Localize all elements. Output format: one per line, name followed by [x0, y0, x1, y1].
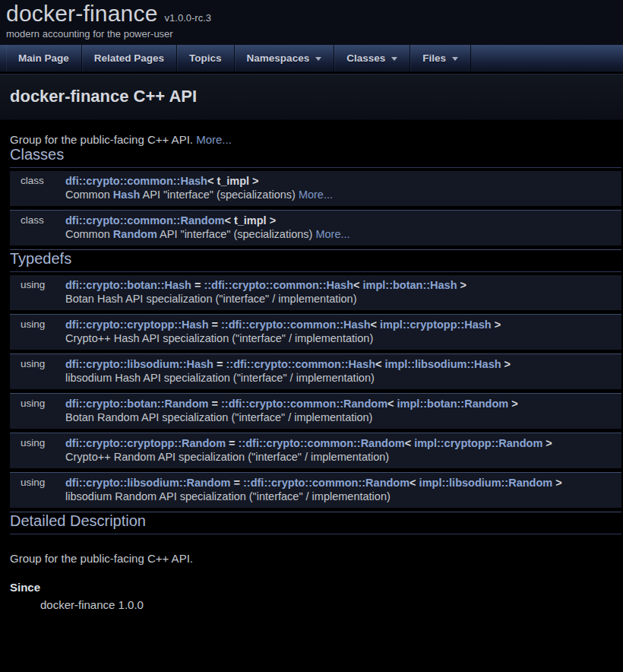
typedef-target-link[interactable]: ::dfi::crypto::common::Hash [221, 319, 371, 331]
table-row: using dfi::crypto::libsodium::Random = :… [10, 473, 621, 491]
intro-more-link[interactable]: More... [196, 133, 232, 146]
more-link[interactable]: More... [315, 228, 349, 240]
typedefs-table: using dfi::crypto::botan::Hash = ::dfi::… [10, 275, 621, 512]
equals-sign: = [217, 358, 223, 370]
row-separator [10, 246, 621, 250]
main-nav: Main Page Related Pages Topics Namespace… [0, 45, 623, 72]
angle-close: > [504, 358, 511, 370]
typedef-alias-link[interactable]: dfi::crypto::cryptopp::Hash [65, 319, 209, 331]
table-row: using dfi::crypto::botan::Random = ::dfi… [10, 394, 621, 412]
typedef-alias-link[interactable]: dfi::crypto::botan::Random [65, 398, 208, 410]
angle-open: < [410, 477, 416, 489]
table-row: Common Hash API "interface" (specializat… [10, 189, 621, 206]
using-keyword: using [10, 394, 65, 412]
since-block: Since docker-finance 1.0.0 [10, 581, 613, 611]
chevron-down-icon [315, 57, 321, 61]
class-desc: Common [65, 228, 113, 240]
nav-tab-files[interactable]: Files [410, 45, 471, 71]
nav-tab-label: Namespaces [247, 52, 310, 64]
class-desc: Common [65, 189, 113, 201]
angle-open: < [387, 398, 394, 410]
typedef-param-link[interactable]: impl::botan::Hash [363, 279, 457, 291]
angle-open: < [405, 437, 411, 449]
equals-sign: = [234, 477, 240, 489]
section-heading-classes: Classes [10, 146, 621, 168]
using-keyword: using [10, 354, 65, 372]
table-row: using dfi::crypto::cryptopp::Random = ::… [10, 433, 621, 452]
angle-open: < [375, 358, 381, 370]
typedef-desc: Crypto++ Hash API specialization ("inter… [65, 332, 621, 350]
row-separator [10, 508, 621, 512]
table-row: using dfi::crypto::cryptopp::Hash = ::df… [10, 315, 621, 333]
typedef-target-link[interactable]: ::dfi::crypto::common::Random [239, 437, 405, 449]
section-heading-typedefs: Typedefs [10, 250, 621, 272]
title-area: docker-finance v1.0.0-rc.3 modern accoun… [0, 0, 623, 45]
nav-tab-classes[interactable]: Classes [334, 45, 410, 71]
table-row: Botan Hash API specialization ("interfac… [10, 293, 621, 310]
typedef-desc: libsodium Random API specialization ("in… [65, 490, 621, 508]
class-name-link[interactable]: dfi::crypto::common::Random [65, 214, 224, 227]
nav-tab-topics[interactable]: Topics [177, 45, 235, 71]
template-suffix: < t_impl > [224, 214, 276, 227]
typedef-target-link[interactable]: ::dfi::crypto::common::Random [243, 477, 410, 489]
typedef-alias-link[interactable]: dfi::crypto::libsodium::Hash [65, 358, 213, 370]
nav-tab-namespaces[interactable]: Namespaces [235, 45, 335, 71]
class-desc: API "interface" (specializations) [157, 228, 316, 240]
page-header: docker-finance C++ API [0, 74, 623, 120]
project-brief: modern accounting for the power-user [6, 28, 623, 40]
typedef-param-link[interactable]: impl::cryptopp::Hash [380, 319, 492, 331]
typedef-param-link[interactable]: impl::cryptopp::Random [414, 437, 542, 449]
class-keyword: class [10, 171, 65, 189]
intro-text: Group for the public-facing C++ API. [10, 133, 193, 146]
table-row: Crypto++ Random API specialization ("int… [10, 451, 621, 468]
typedef-desc: Crypto++ Random API specialization ("int… [65, 451, 621, 468]
typedef-alias-link[interactable]: dfi::crypto::cryptopp::Random [65, 437, 226, 449]
class-keyword: class [10, 211, 65, 229]
typedef-param-link[interactable]: impl::libsodium::Random [419, 477, 553, 489]
typedef-desc: libsodium Hash API specialization ("inte… [65, 372, 621, 389]
class-desc-link[interactable]: Hash [113, 189, 140, 201]
typedef-target-link[interactable]: ::dfi::crypto::common::Hash [204, 279, 353, 291]
nav-tab-related-pages[interactable]: Related Pages [82, 45, 177, 71]
class-desc-link[interactable]: Random [113, 228, 157, 240]
equals-sign: = [229, 437, 235, 449]
typedef-param-link[interactable]: impl::libsodium::Hash [385, 358, 501, 370]
table-row: libsodium Hash API specialization ("inte… [10, 372, 621, 389]
more-link[interactable]: More... [299, 189, 333, 201]
nav-tab-label: Topics [189, 52, 222, 64]
class-desc: API "interface" (specializations) [140, 189, 299, 201]
equals-sign: = [194, 279, 201, 291]
nav-tab-main-page[interactable]: Main Page [6, 45, 82, 71]
angle-close: > [555, 477, 561, 489]
typedef-alias-link[interactable]: dfi::crypto::botan::Hash [65, 279, 191, 291]
page-title: docker-finance C++ API [10, 87, 613, 106]
angle-open: < [371, 319, 377, 331]
section-heading-detailed-description: Detailed Description [10, 512, 621, 534]
chevron-down-icon [452, 57, 458, 61]
table-row: Botan Random API specialization ("interf… [10, 411, 621, 429]
table-row: class dfi::crypto::common::Random< t_imp… [10, 211, 621, 229]
table-row: using dfi::crypto::botan::Hash = ::dfi::… [10, 275, 621, 293]
contents: Group for the public-facing C++ API. Mor… [0, 120, 623, 611]
chevron-down-icon [391, 57, 397, 61]
intro-paragraph: Group for the public-facing C++ API. Mor… [0, 120, 623, 146]
equals-sign: = [212, 398, 218, 410]
using-keyword: using [10, 315, 65, 333]
table-row: libsodium Random API specialization ("in… [10, 490, 621, 508]
equals-sign: = [212, 319, 218, 331]
typedef-target-link[interactable]: ::dfi::crypto::common::Random [221, 398, 387, 410]
angle-close: > [511, 398, 517, 410]
project-name: docker-finance [6, 1, 158, 27]
typedef-param-link[interactable]: impl::botan::Random [397, 398, 509, 410]
nav-tab-label: Main Page [18, 52, 69, 64]
typedef-target-link[interactable]: ::dfi::crypto::common::Hash [226, 358, 375, 370]
since-value: docker-finance 1.0.0 [40, 598, 613, 611]
table-row: Common Random API "interface" (specializ… [10, 228, 621, 246]
project-version: v1.0.0-rc.3 [165, 12, 211, 24]
typedef-alias-link[interactable]: dfi::crypto::libsodium::Random [65, 477, 230, 489]
angle-close: > [546, 437, 552, 449]
class-name-link[interactable]: dfi::crypto::common::Hash [65, 175, 207, 187]
table-row: Crypto++ Hash API specialization ("inter… [10, 332, 621, 350]
classes-table: class dfi::crypto::common::Hash< t_impl … [10, 171, 621, 250]
nav-tab-label: Files [422, 52, 446, 64]
